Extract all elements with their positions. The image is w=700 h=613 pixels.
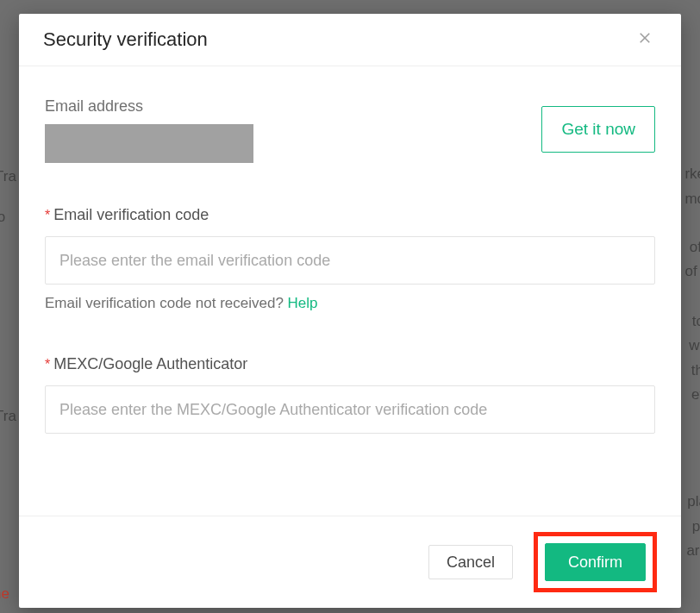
email-code-helper-text: Email verification code not received? [45, 295, 288, 311]
email-code-label: *Email verification code [45, 206, 655, 224]
bg-text: rke [684, 161, 700, 188]
authenticator-label: *MEXC/Google Authenticator [45, 355, 655, 373]
bg-text: tc [692, 309, 700, 335]
email-code-input[interactable] [45, 236, 655, 285]
authenticator-input[interactable] [45, 385, 655, 434]
bg-text: Tra [0, 164, 16, 191]
close-icon [637, 30, 653, 49]
authenticator-group: *MEXC/Google Authenticator [45, 355, 655, 434]
bg-text: Tra [0, 403, 16, 430]
get-it-now-button[interactable]: Get it now [541, 106, 655, 153]
bg-text: pla [687, 489, 700, 516]
email-code-label-text: Email verification code [53, 206, 209, 223]
bg-text: th [691, 358, 700, 385]
cancel-button[interactable]: Cancel [428, 545, 513, 579]
required-star-icon: * [45, 357, 50, 372]
modal-footer: Cancel Confirm [19, 516, 681, 608]
bg-text: pl [692, 514, 700, 541]
bg-text: mo [684, 186, 700, 213]
email-label: Email address [45, 97, 253, 116]
bg-text: of [690, 235, 700, 261]
required-star-icon: * [45, 208, 50, 222]
bg-text: ey [691, 382, 700, 409]
bg-text: ark [686, 538, 700, 565]
email-block: Email address [45, 97, 253, 163]
confirm-highlight-ring: Confirm [534, 532, 657, 592]
modal-header: Security verification [19, 14, 681, 66]
email-code-helper: Email verification code not received? He… [45, 295, 655, 312]
authenticator-label-text: MEXC/Google Authenticator [53, 355, 247, 372]
bg-text: fo [0, 204, 5, 231]
modal-body: Email address Get it now *Email verifica… [19, 66, 681, 516]
close-button[interactable] [633, 28, 657, 52]
bg-text: ne [0, 581, 9, 608]
email-value-redacted [45, 124, 253, 163]
bg-text: wit [689, 333, 700, 360]
confirm-button[interactable]: Confirm [545, 543, 646, 581]
email-code-group: *Email verification code Email verificat… [45, 206, 655, 312]
bg-text: of s [685, 259, 700, 285]
modal-title: Security verification [43, 28, 208, 51]
email-row: Email address Get it now [45, 97, 655, 163]
help-link[interactable]: Help [288, 295, 318, 311]
security-verification-modal: Security verification Email address Get … [19, 14, 681, 608]
